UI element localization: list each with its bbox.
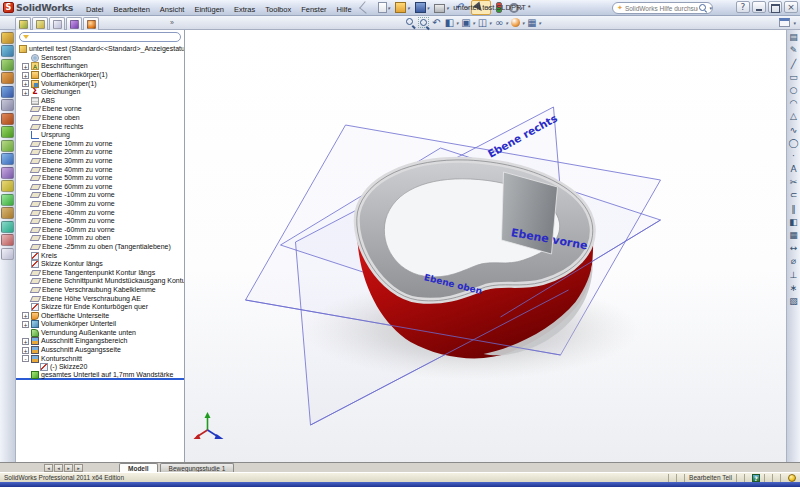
tree-item[interactable]: Ebene Höhe Verschraubung AE xyxy=(16,294,184,303)
hide-show-items-button[interactable]: ∞▾ xyxy=(494,17,509,28)
tab-configurationmanager[interactable] xyxy=(49,17,65,30)
circle-button[interactable]: ○ xyxy=(788,84,800,96)
tree-item[interactable]: Skizze Kontur längs xyxy=(16,260,184,269)
menu-item-fenster[interactable]: Fenster xyxy=(296,5,331,14)
convert-entities-button[interactable]: ⊂ xyxy=(788,189,800,201)
tree-item[interactable]: +Ausschnitt Eingangsbereich xyxy=(16,337,184,346)
zoom-area-button[interactable] xyxy=(418,17,429,28)
linear-sketch-pattern-button[interactable]: ▦ xyxy=(788,229,800,241)
add-relation-button[interactable]: ⊥ xyxy=(788,269,800,281)
expand-toggle[interactable]: + xyxy=(22,338,29,345)
tab-scroll-right-button[interactable]: ▸ xyxy=(74,464,83,472)
panel-overflow-button[interactable]: » xyxy=(170,19,174,26)
wrap-button[interactable] xyxy=(1,221,14,233)
menu-item-einfügen[interactable]: Einfügen xyxy=(189,5,229,14)
filter-input[interactable] xyxy=(32,33,180,41)
move-entities-button[interactable]: ↔ xyxy=(788,242,800,254)
tree-item[interactable]: +ABeschriftungen xyxy=(16,62,184,71)
rib-button[interactable] xyxy=(1,207,14,219)
hole-wizard-button[interactable] xyxy=(1,99,14,111)
shell-button[interactable] xyxy=(1,194,14,206)
tree-item[interactable]: +Ausschnitt Ausgangsseite xyxy=(16,346,184,355)
line-button[interactable]: ╱ xyxy=(788,58,800,70)
dropdown-arrow-icon[interactable]: ▾ xyxy=(506,20,509,26)
extruded-boss-button[interactable] xyxy=(1,32,14,44)
trim-entities-button[interactable]: ✂ xyxy=(788,176,800,188)
menu-item-hilfe[interactable]: Hilfe xyxy=(332,5,357,14)
tree-item[interactable]: Sensoren xyxy=(16,54,184,63)
lofted-boss-button[interactable] xyxy=(1,72,14,84)
tree-item[interactable]: Ebene -50mm zu vorne xyxy=(16,217,184,226)
search-icon[interactable] xyxy=(698,3,708,13)
quick-snaps-button[interactable]: ∗ xyxy=(788,282,800,294)
fillet-button[interactable] xyxy=(1,126,14,138)
tree-item[interactable]: Ebene vorne xyxy=(16,105,184,114)
mirror-entities-button[interactable]: ◧ xyxy=(788,216,800,228)
menu-item-extras[interactable]: Extras xyxy=(229,5,260,14)
offset-entities-button[interactable]: ∥ xyxy=(788,203,800,215)
menu-item-toolbox[interactable]: Toolbox xyxy=(260,5,296,14)
previous-view-button[interactable]: ↶ xyxy=(431,17,442,28)
grid-system-button[interactable]: ▤ xyxy=(788,31,800,43)
tab-dimxpertmanager[interactable] xyxy=(66,17,82,30)
pin-icon[interactable] xyxy=(359,1,372,14)
tree-item[interactable]: +Volumenkörper(1) xyxy=(16,79,184,88)
tab-scroll-left-button[interactable]: ◂ xyxy=(54,464,63,472)
tree-item[interactable]: Ebene Schnittpunkt Mundstückausgang Kont… xyxy=(16,277,184,286)
menu-item-ansicht[interactable]: Ansicht xyxy=(155,5,190,14)
tree-root[interactable]: unterteil test (Standard<<Standard>_Anze… xyxy=(16,45,184,54)
swept-boss-button[interactable] xyxy=(1,59,14,71)
minimize-button[interactable] xyxy=(752,1,766,13)
tree-filter[interactable] xyxy=(19,32,181,42)
tree-item[interactable]: +Oberflächenkörper(1) xyxy=(16,71,184,80)
tab-scroll-right-button[interactable]: ▸ xyxy=(64,464,73,472)
section-view-button[interactable]: ◧▾ xyxy=(444,17,459,28)
text-button[interactable]: A xyxy=(788,163,800,175)
draft-button[interactable] xyxy=(1,180,14,192)
expand-toggle[interactable]: + xyxy=(22,321,29,328)
expand-toggle[interactable]: + xyxy=(22,80,29,87)
tree-item[interactable]: gesamtes Unterteil auf 1,7mm Wandstärke xyxy=(16,372,184,381)
dropdown-arrow-icon[interactable]: ▾ xyxy=(489,20,492,26)
sketch-button[interactable]: ✎ xyxy=(788,44,800,56)
tree-item[interactable]: Ebene -10mm zu vorne xyxy=(16,191,184,200)
tree-item[interactable]: Ebene -40mm zu vorne xyxy=(16,208,184,217)
tab-featuremanager[interactable] xyxy=(15,17,31,30)
status-help-icon[interactable]: ? xyxy=(752,474,760,482)
tree-item[interactable]: Ursprung xyxy=(16,131,184,140)
search-dropdown-icon[interactable]: ▾ xyxy=(709,5,712,11)
tree-item[interactable]: Ebene 10mm zu oben xyxy=(16,234,184,243)
spline-button[interactable]: ∿ xyxy=(788,124,800,136)
tree-item[interactable]: Ebene 20mm zu vorne xyxy=(16,148,184,157)
help-button[interactable]: ? xyxy=(736,1,750,13)
instant3d-button[interactable] xyxy=(1,248,14,260)
menu-item-bearbeiten[interactable]: Bearbeiten xyxy=(109,5,155,14)
smart-dimension-button[interactable]: ⌀ xyxy=(788,255,800,267)
tab-scroll-left-button[interactable]: ◂ xyxy=(44,464,53,472)
dropdown-arrow-icon[interactable]: ▾ xyxy=(522,20,525,26)
tab-propertymanager[interactable] xyxy=(32,17,48,30)
chamfer-button[interactable] xyxy=(1,140,14,152)
ellipse-button[interactable]: ◯ xyxy=(788,137,800,149)
dome-button[interactable] xyxy=(1,234,14,246)
tree-item[interactable]: Ebene rechts xyxy=(16,122,184,131)
linear-pattern-button[interactable] xyxy=(1,153,14,165)
point-button[interactable]: · xyxy=(788,150,800,162)
view-orientation-button[interactable]: ▣▾ xyxy=(461,17,476,28)
tree-item[interactable]: Ebene 50mm zu vorne xyxy=(16,174,184,183)
menu-item-datei[interactable]: Datei xyxy=(81,5,109,14)
tree-item[interactable]: Ebene 40mm zu vorne xyxy=(16,165,184,174)
status-tip-icon[interactable] xyxy=(788,474,796,482)
search-input[interactable] xyxy=(625,5,699,12)
tree-item[interactable]: Ebene oben xyxy=(16,114,184,123)
expand-toggle[interactable]: + xyxy=(22,63,29,70)
dropdown-arrow-icon[interactable]: ▾ xyxy=(456,20,459,26)
zoom-fit-button[interactable] xyxy=(405,17,416,28)
tree-item[interactable]: Kreis xyxy=(16,251,184,260)
task-pane-dropdown-icon[interactable]: ▾ xyxy=(793,20,796,26)
tree-item[interactable]: Ebene -60mm zu vorne xyxy=(16,225,184,234)
tree-item[interactable]: -Konturschnitt xyxy=(16,354,184,363)
tree-item[interactable]: Ebene Tangentenpunkt Kontur längs xyxy=(16,268,184,277)
help-search[interactable]: ✦ ▾ xyxy=(612,2,713,14)
arc-button[interactable]: ◠ xyxy=(788,97,800,109)
